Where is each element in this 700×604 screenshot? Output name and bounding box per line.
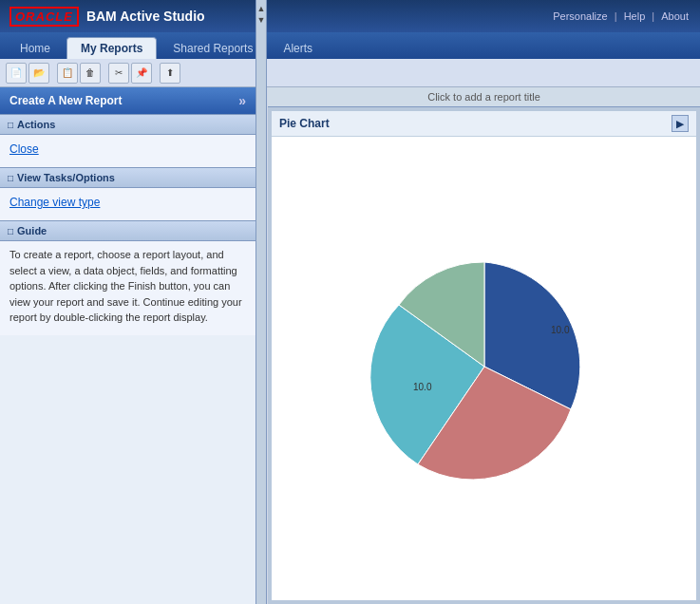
actions-section-header: □ Actions [0, 114, 255, 135]
personalize-link[interactable]: Personalize [553, 10, 607, 22]
handle-arrow-down: ▼ [257, 15, 266, 25]
change-view-type-link[interactable]: Change view type [9, 196, 246, 209]
report-canvas: Click to add a report title Pie Chart ▶ [268, 87, 700, 604]
view-tasks-label: View Tasks/Options [17, 172, 115, 183]
guide-section-header: □ Guide [0, 220, 255, 241]
guide-collapse-icon: □ [8, 226, 13, 236]
paste-btn[interactable]: 📌 [131, 63, 152, 84]
view-tasks-content: Change view type [0, 188, 255, 220]
nav-tabs: Home My Reports Shared Reports Alerts [0, 32, 700, 59]
oracle-logo: ORACLE [9, 7, 79, 27]
logo-area: ORACLE BAM Active Studio [9, 7, 205, 27]
chart-area: Pie Chart ▶ 10.0 10.0 [272, 111, 696, 600]
chart-type-label: Pie Chart [279, 117, 330, 130]
main-content: Create A New Report » □ Actions Close □ … [0, 87, 700, 604]
tab-alerts[interactable]: Alerts [269, 37, 327, 59]
panel-title: Create A New Report [9, 94, 122, 107]
header-links: Personalize | Help | About [551, 10, 691, 22]
tab-home[interactable]: Home [6, 37, 65, 59]
panel-chevron[interactable]: » [238, 93, 246, 108]
pie-svg-area: 10.0 10.0 [272, 137, 696, 595]
tab-shared-reports[interactable]: Shared Reports [159, 37, 267, 59]
view-tasks-collapse-icon: □ [8, 173, 13, 183]
actions-content: Close [0, 135, 255, 167]
copy-btn[interactable]: 📋 [57, 63, 78, 84]
panel-header: Create A New Report » [0, 87, 255, 114]
svg-text:10.0: 10.0 [551, 325, 570, 335]
export-btn[interactable]: ⬆ [160, 63, 180, 84]
chart-header: Pie Chart ▶ [272, 111, 696, 137]
guide-content: To create a report, choose a report layo… [0, 241, 255, 335]
close-link[interactable]: Close [9, 142, 246, 156]
help-link[interactable]: Help [624, 10, 646, 22]
about-link[interactable]: About [661, 10, 689, 22]
app-header: ORACLE BAM Active Studio Personalize | H… [0, 0, 700, 32]
guide-label: Guide [17, 225, 47, 236]
guide-text: To create a report, choose a report layo… [9, 247, 246, 326]
svg-text:10.0: 10.0 [413, 382, 432, 392]
left-panel: Create A New Report » □ Actions Close □ … [0, 87, 256, 604]
tab-my-reports[interactable]: My Reports [66, 37, 157, 59]
report-title-bar[interactable]: Click to add a report title [268, 87, 700, 107]
cut-btn[interactable]: ✂ [108, 63, 129, 84]
chart-nav-btn[interactable]: ▶ [672, 115, 689, 132]
pie-chart-svg: 10.0 10.0 [323, 248, 646, 485]
new-report-btn[interactable]: 📄 [6, 63, 27, 84]
delete-btn[interactable]: 🗑 [80, 63, 101, 84]
handle-arrow-up: ▲ [257, 4, 266, 13]
open-btn[interactable]: 📂 [28, 63, 49, 84]
view-tasks-section-header: □ View Tasks/Options [0, 167, 255, 188]
collapse-handle[interactable]: ▲ ▼ [255, 0, 267, 604]
actions-label: Actions [17, 119, 55, 130]
toolbar: 📄 📂 📋 🗑 ✂ 📌 ⬆ [0, 59, 700, 87]
app-title: BAM Active Studio [86, 9, 205, 24]
actions-collapse-icon: □ [8, 120, 13, 130]
